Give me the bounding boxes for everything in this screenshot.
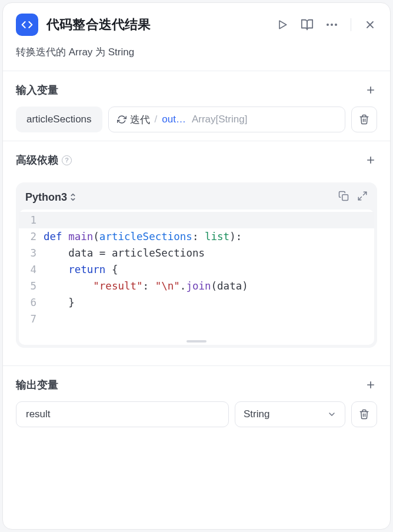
reference-iteration-label: 迭代 <box>130 113 150 127</box>
language-selector[interactable]: Python3 <box>25 191 76 204</box>
expand-button[interactable] <box>357 191 368 204</box>
panel-title: 代码整合迭代结果 <box>46 16 267 34</box>
reference-separator: / <box>155 114 158 125</box>
code-editor: Python3 <box>16 182 377 348</box>
output-variables-section: 输出变量 result String <box>3 366 390 435</box>
code-body[interactable]: 1 2def main(articleSections: list): 3 da… <box>19 210 374 345</box>
run-button[interactable] <box>275 18 289 32</box>
delete-input-variable-button[interactable] <box>351 107 377 132</box>
input-variables-title: 输入变量 <box>16 83 58 97</box>
input-variables-section: 输入变量 articleSections 迭代 <box>3 71 390 141</box>
output-variable-row: result String <box>16 401 377 427</box>
reference-output-label: out… <box>162 114 186 125</box>
code-node-panel: 代码整合迭代结果 <box>2 2 391 530</box>
refresh-icon <box>117 115 126 124</box>
more-button[interactable] <box>325 18 339 32</box>
delete-output-variable-button[interactable] <box>351 401 377 427</box>
help-icon[interactable]: ? <box>62 155 72 165</box>
panel-subtitle: 转换迭代的 Array 为 String <box>3 42 390 71</box>
header-divider <box>351 18 351 31</box>
header-actions <box>275 18 377 32</box>
close-button[interactable] <box>363 18 377 32</box>
reference-type-label: Array[String] <box>192 114 247 125</box>
output-variable-name[interactable]: result <box>16 401 229 427</box>
variable-reference-selector[interactable]: 迭代 / out… Array[String] <box>108 107 345 132</box>
advanced-deps-title: 高级依赖 ? <box>16 153 72 167</box>
code-node-icon <box>16 14 38 36</box>
docs-button[interactable] <box>300 18 314 32</box>
advanced-deps-section: 高级依赖 ? <box>3 141 390 179</box>
add-output-variable-button[interactable] <box>364 378 377 391</box>
svg-marker-0 <box>279 21 287 28</box>
svg-rect-7 <box>342 195 348 201</box>
output-variables-title: 输出变量 <box>16 378 58 392</box>
chevron-updown-icon <box>69 193 76 201</box>
resize-handle[interactable] <box>186 340 207 343</box>
copy-button[interactable] <box>338 191 349 204</box>
add-dependency-button[interactable] <box>364 154 377 167</box>
input-variable-row: articleSections 迭代 / out… Array[String] <box>16 107 377 132</box>
variable-name-chip[interactable]: articleSections <box>16 107 102 132</box>
output-variable-type-selector[interactable]: String <box>235 401 345 427</box>
add-input-variable-button[interactable] <box>364 84 377 97</box>
panel-header: 代码整合迭代结果 <box>3 3 390 42</box>
svg-line-9 <box>358 197 361 200</box>
chevron-down-icon <box>327 410 337 419</box>
svg-line-8 <box>364 192 367 195</box>
